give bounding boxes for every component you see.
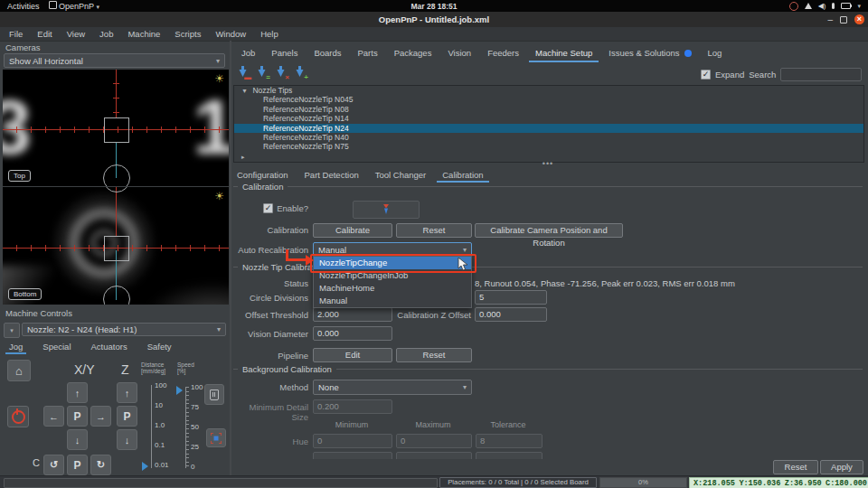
pipeline-reset-button[interactable]: Reset	[396, 348, 472, 362]
main-tab[interactable]: Feeders	[479, 48, 527, 62]
main-tab[interactable]: Panels	[263, 48, 306, 62]
nozzle-select[interactable]: Nozzle: N2 - N24 (Head: H1) ▾	[22, 323, 226, 336]
park-z-button[interactable]	[204, 384, 224, 405]
machine-controls-tab[interactable]: Actuators	[90, 342, 129, 354]
menu-item[interactable]: View	[60, 27, 92, 41]
calibrate-camera-position-button[interactable]: Calibrate Camera Position and Rotation	[475, 223, 623, 238]
pipeline-edit-button[interactable]: Edit	[313, 348, 392, 362]
menu-item[interactable]: Window	[208, 27, 253, 41]
tree-node-nozzle-tip[interactable]: ReferenceNozzleTip N14	[234, 114, 863, 123]
maximize-button[interactable]	[840, 16, 847, 23]
add-nozzle-tip-button[interactable]: +	[293, 65, 307, 80]
main-tab[interactable]: Boards	[306, 48, 349, 62]
property-tab[interactable]: Part Detection	[303, 170, 361, 183]
brightness-icon[interactable]: ☀	[214, 190, 224, 202]
main-tab[interactable]: Parts	[350, 48, 386, 62]
crosshair-vticks	[113, 70, 119, 117]
machine-controls-tab[interactable]: Safety	[146, 342, 174, 354]
hue-tolerance-field[interactable]: 8	[476, 434, 542, 448]
machine-controls-tab[interactable]: Jog	[7, 342, 24, 354]
remove-nozzle-tip-button[interactable]: ×	[274, 65, 288, 80]
method-select[interactable]: None ▾	[313, 380, 472, 395]
dropdown-item[interactable]: Manual	[314, 295, 471, 307]
jog-x-minus-button[interactable]: ←	[43, 406, 64, 427]
property-tab[interactable]: Calibration	[440, 170, 485, 183]
property-tab[interactable]: Tool Changer	[373, 170, 429, 183]
vision-diameter-field[interactable]: 0.000	[313, 326, 392, 341]
jog-x-plus-button[interactable]: →	[90, 406, 111, 427]
clipped-field[interactable]	[476, 452, 542, 459]
clock[interactable]: Mar 28 18:51	[0, 2, 868, 11]
main-tab[interactable]: Log	[700, 48, 731, 62]
tree-node-nozzle-tip[interactable]: ReferenceNozzleTip N24	[234, 124, 863, 133]
rotate-ccw-button[interactable]: ↺	[43, 455, 64, 475]
position-camera-button[interactable]	[206, 428, 226, 447]
tree-node-nozzle-tip[interactable]: ReferenceNozzleTip N75	[234, 142, 863, 151]
main-tab[interactable]: Issues & Solutions	[600, 48, 699, 62]
main-tab[interactable]: Vision	[439, 48, 479, 62]
minimum-detail-size-field[interactable]: 0.200	[313, 399, 392, 414]
menu-item[interactable]: Machine	[120, 27, 167, 41]
position-z-button[interactable]: P	[117, 406, 137, 427]
menu-item[interactable]: Help	[253, 27, 286, 41]
distance-slider-track[interactable]	[151, 385, 152, 468]
menu-item[interactable]: Edit	[30, 27, 59, 41]
dropdown-item[interactable]: MachineHome	[314, 282, 471, 295]
search-input[interactable]	[780, 68, 862, 81]
speed-slider-thumb[interactable]	[176, 386, 183, 395]
tree-node-nozzle-tip[interactable]: ReferenceNozzleTip N08	[234, 105, 863, 114]
expand-arrow-icon[interactable]: ▼	[241, 87, 250, 96]
main-tab[interactable]: Packages	[386, 48, 440, 62]
menu-item[interactable]: Scripts	[167, 27, 208, 41]
offset-threshold-field[interactable]: 2.000	[313, 307, 392, 322]
camera-view-top[interactable]: 3 1 ☀ Top	[3, 70, 229, 186]
jog-z-plus-button[interactable]: ↑	[117, 382, 137, 403]
minimize-button[interactable]: –	[827, 15, 833, 24]
power-button[interactable]	[7, 406, 29, 427]
footer-apply-button[interactable]: Apply	[820, 460, 863, 474]
jog-z-minus-button[interactable]: ↓	[117, 429, 137, 450]
property-tab[interactable]: Configuration	[235, 170, 290, 183]
hue-minimum-field[interactable]: 0	[313, 434, 392, 448]
tree-node-nozzle-tips[interactable]: ▼ Nozzle Tips	[234, 86, 863, 95]
clipped-field[interactable]	[313, 452, 392, 459]
machine-controls-tab[interactable]: Special	[41, 342, 72, 354]
calibrate-button[interactable]: Calibrate	[313, 223, 392, 238]
unload-nozzle-tip-button[interactable]: ▬	[236, 65, 250, 80]
hue-maximum-field[interactable]: 0	[396, 434, 472, 448]
menu-item[interactable]: File	[2, 27, 30, 41]
filter-button[interactable]: ▾	[4, 323, 20, 338]
position-xy-button[interactable]: P	[67, 406, 88, 427]
enable-checkbox[interactable]	[263, 203, 273, 213]
position-c-button[interactable]: P	[67, 455, 88, 475]
footer-reset-button[interactable]: Reset	[773, 460, 818, 474]
brightness-icon[interactable]: ☀	[214, 72, 224, 85]
jog-y-minus-button[interactable]: ↓	[67, 429, 88, 450]
calibration-z-offset-field[interactable]: 0.000	[475, 307, 547, 322]
status-label: Status	[233, 278, 308, 288]
rotate-cw-button[interactable]: ↻	[90, 455, 111, 475]
tree-node-nozzle-tip[interactable]: ReferenceNozzleTip N40	[234, 133, 863, 142]
battery-icon[interactable]	[841, 3, 851, 9]
nozzle-tip-icon-field[interactable]	[353, 201, 420, 219]
home-button[interactable]: ⌂	[7, 360, 31, 381]
main-tab[interactable]: Job	[233, 48, 263, 62]
panel-splitter-horizontal[interactable]: •••	[233, 160, 863, 167]
camera-view-bottom[interactable]: ☀ Bottom	[3, 187, 229, 305]
load-nozzle-tip-button[interactable]: =	[255, 65, 269, 80]
menu-item[interactable]: Job	[92, 27, 120, 41]
clipped-field[interactable]	[396, 452, 472, 459]
circle-divisions-field[interactable]: 5	[475, 290, 547, 305]
calibration-reset-button[interactable]: Reset	[396, 223, 472, 238]
close-button[interactable]: ×	[854, 14, 864, 24]
xy-axis-label: X/Y	[74, 362, 95, 377]
distance-slider-thumb[interactable]	[142, 462, 148, 471]
tree-node-nozzle-tip[interactable]: ReferenceNozzleTip N045	[234, 95, 863, 104]
jog-y-plus-button[interactable]: ↑	[67, 382, 88, 403]
calibration-row-label: Calibration	[233, 225, 308, 235]
minimum-detail-size-label: Minimum Detail Size	[233, 402, 308, 422]
main-tab[interactable]: Machine Setup	[527, 48, 600, 62]
menu-bar: FileEditViewJobMachineScriptsWindowHelp	[0, 27, 868, 42]
camera-view-select[interactable]: Show All Horizontal ▾	[4, 53, 225, 68]
expand-checkbox[interactable]	[701, 70, 711, 80]
